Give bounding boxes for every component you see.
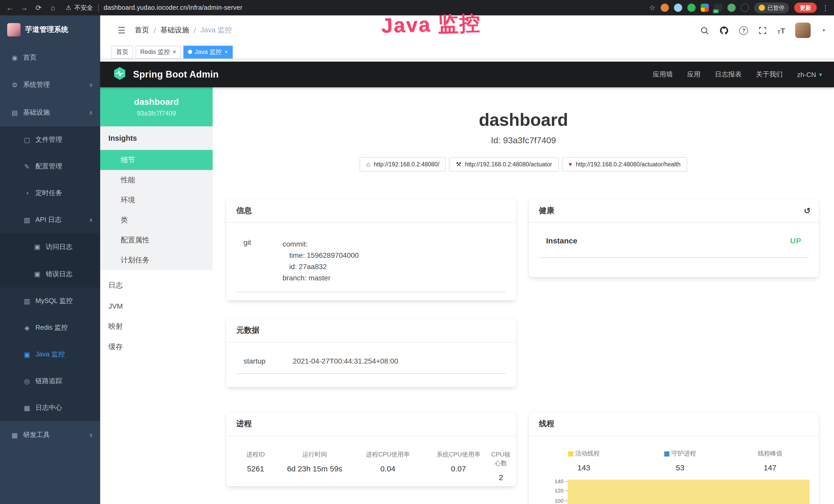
sidebar-item-mysql-monitor[interactable]: ▥ MySQL 监控 <box>0 288 100 314</box>
instance-link-health[interactable]: ♥ http://192.168.0.2:48080/actuator/heal… <box>562 157 687 171</box>
sba-content: dashboard Id: 93a3fc7f7409 ⌂ http://192.… <box>213 87 834 504</box>
heart-icon: ♥ <box>568 161 572 168</box>
close-icon[interactable]: × <box>173 49 176 55</box>
tick-mark <box>565 481 568 482</box>
font-size-icon[interactable]: TT <box>777 26 785 35</box>
health-instance-row[interactable]: Instance UP <box>539 236 809 258</box>
sidebar-item-label: 文件管理 <box>36 135 62 144</box>
sidebar-item-caches[interactable]: 缓存 <box>100 337 213 358</box>
close-icon[interactable]: × <box>224 49 228 55</box>
extension-icon[interactable] <box>741 4 749 12</box>
sidebar-item-error-logs[interactable]: ▣ 错误日志 <box>0 260 100 288</box>
caret-down-icon: ▾ <box>819 71 822 78</box>
sidebar-item-classes[interactable]: 类 <box>100 210 213 230</box>
sba-nav-wallboard[interactable]: 应用墙 <box>653 70 673 79</box>
threads-card: 线程 活动线程 143 守护进程 <box>529 412 819 504</box>
sidebar-item-redis-monitor[interactable]: ◈ Redis 监控 <box>0 314 100 341</box>
sidebar-item-config-mgmt[interactable]: ✎ 配置管理 <box>0 153 100 180</box>
sidebar-item-log-center[interactable]: ▦ 日志中心 <box>0 394 100 421</box>
sidebar-item-home[interactable]: ◉ 首页 <box>0 44 100 71</box>
tab-redis-monitor[interactable]: Redis 监控 × <box>136 45 181 58</box>
extension-icon[interactable]: on <box>714 4 722 12</box>
bookmark-star-icon[interactable]: ☆ <box>649 4 656 12</box>
sba-logo-icon <box>112 66 127 83</box>
locale-selector[interactable]: zh-CN ▾ <box>797 71 822 78</box>
sba-brand-title: Spring Boot Admin <box>133 69 219 80</box>
threads-card-title: 线程 <box>529 412 819 436</box>
tab-home[interactable]: 首页 <box>111 45 133 58</box>
sidebar-item-environment[interactable]: 环境 <box>100 190 213 210</box>
sidebar-item-scheduled-tasks[interactable]: 计划任务 <box>100 250 213 270</box>
reload-icon[interactable]: ⟳ <box>34 4 43 12</box>
address-bar[interactable]: dashboard.yudao.iocoder.cn/infra/admin-s… <box>104 4 243 11</box>
pie-chart-icon: ◉ <box>10 54 19 61</box>
sidebar-item-label: 研发工具 <box>23 430 50 439</box>
sidebar-item-mappings[interactable]: 映射 <box>100 316 213 337</box>
wrench-icon: ⚒ <box>456 161 462 168</box>
breadcrumb-item[interactable]: 基础设施 <box>160 26 189 35</box>
extension-icon[interactable] <box>701 4 709 12</box>
fullscreen-icon[interactable] <box>758 26 767 35</box>
col-value: 2 <box>490 473 511 482</box>
sidebar-item-dev-tools[interactable]: ▦ 研发工具 ∨ <box>0 421 100 449</box>
tab-java-monitor[interactable]: Java 监控 × <box>183 45 233 58</box>
back-icon[interactable]: ← <box>5 4 14 12</box>
breadcrumb-item[interactable]: 首页 <box>135 26 149 35</box>
instance-link-root[interactable]: ⌂ http://192.168.0.2:48080/ <box>360 157 446 171</box>
log-icon: ▧ <box>23 216 31 224</box>
spring-boot-admin: Spring Boot Admin 应用墙 应用 日志报表 关于我们 zh-CN… <box>100 59 834 504</box>
col-label: 系统CPU使用率 <box>426 450 490 459</box>
extension-icon[interactable] <box>727 4 736 12</box>
legend-daemon-threads: 守护进程 53 <box>639 449 721 472</box>
insights-group: Insights 细节 性能 环境 类 配置属性 计划任务 <box>100 126 213 270</box>
sidebar-item-infrastructure[interactable]: ▤ 基础设施 ∧ <box>0 98 100 126</box>
help-icon[interactable]: ? <box>739 26 748 35</box>
instance-link-actuator[interactable]: ⚒ http://192.168.0.2:48080/actuator <box>449 157 559 171</box>
caret-down-icon[interactable]: ▾ <box>823 28 825 33</box>
security-indicator[interactable]: ⚠ 不安全 <box>66 3 93 12</box>
gear-icon: ⚙ <box>10 81 19 89</box>
hamburger-icon[interactable]: ☰ <box>118 25 126 36</box>
col-label: CPU核心数 <box>490 450 511 468</box>
avatar[interactable] <box>795 23 811 38</box>
legend-swatch-yellow <box>568 451 573 456</box>
search-icon[interactable] <box>700 26 709 35</box>
extension-icon[interactable] <box>674 4 682 12</box>
menu-dots-icon[interactable]: ⋮ <box>822 4 829 12</box>
sidebar-item-scheduled-jobs[interactable]: ◔ 定时任务 <box>0 180 100 206</box>
sidebar-item-details[interactable]: 细节 <box>100 150 213 170</box>
app-brand[interactable]: 芋道管理系统 <box>0 16 100 44</box>
sidebar-item-performance[interactable]: 性能 <box>100 170 213 190</box>
forward-icon[interactable]: → <box>20 4 29 12</box>
process-card-title: 进程 <box>226 412 516 436</box>
instance-header[interactable]: dashboard 93a3fc7f7409 <box>100 87 213 126</box>
sidebar-item-api-logs[interactable]: ▧ API 日志 ∧ <box>0 206 100 233</box>
file-icon: ▢ <box>23 136 31 143</box>
git-time-line: time: 1596289704000 <box>283 250 359 261</box>
database-icon: ▥ <box>23 297 31 305</box>
sidebar-item-tracing[interactable]: ◎ 链路追踪 <box>0 368 100 394</box>
update-button[interactable]: 更新 <box>794 3 817 13</box>
paused-badge[interactable]: 已暂停 <box>754 2 789 13</box>
sidebar-item-config-properties[interactable]: 配置属性 <box>100 230 213 250</box>
log-center-icon: ▦ <box>23 404 31 412</box>
sidebar-item-system-mgmt[interactable]: ⚙ 系统管理 ∨ <box>0 71 100 98</box>
extension-icon[interactable] <box>687 4 696 12</box>
security-label: 不安全 <box>74 3 93 12</box>
sidebar-item-jvm[interactable]: JVM <box>100 296 213 316</box>
sidebar-item-file-mgmt[interactable]: ▢ 文件管理 <box>0 126 100 153</box>
col-value: 5261 <box>231 464 280 473</box>
sba-nav-applications[interactable]: 应用 <box>687 70 700 79</box>
home-icon[interactable]: ⌂ <box>48 4 58 12</box>
sidebar-item-java-monitor[interactable]: ▣ Java 监控 <box>0 341 100 368</box>
history-icon[interactable]: ↺ <box>804 206 811 216</box>
extension-icon[interactable] <box>661 4 669 12</box>
sidebar-item-access-logs[interactable]: ▣ 访问日志 <box>0 233 100 260</box>
github-icon[interactable] <box>719 25 729 35</box>
divider <box>98 4 98 11</box>
sidebar-item-logs[interactable]: 日志 <box>100 275 213 296</box>
sba-nav-journal[interactable]: 日志报表 <box>715 70 742 79</box>
redis-icon: ◈ <box>23 324 31 331</box>
sba-nav-about[interactable]: 关于我们 <box>756 70 783 79</box>
sidebar-item-label: 日志中心 <box>36 403 62 412</box>
